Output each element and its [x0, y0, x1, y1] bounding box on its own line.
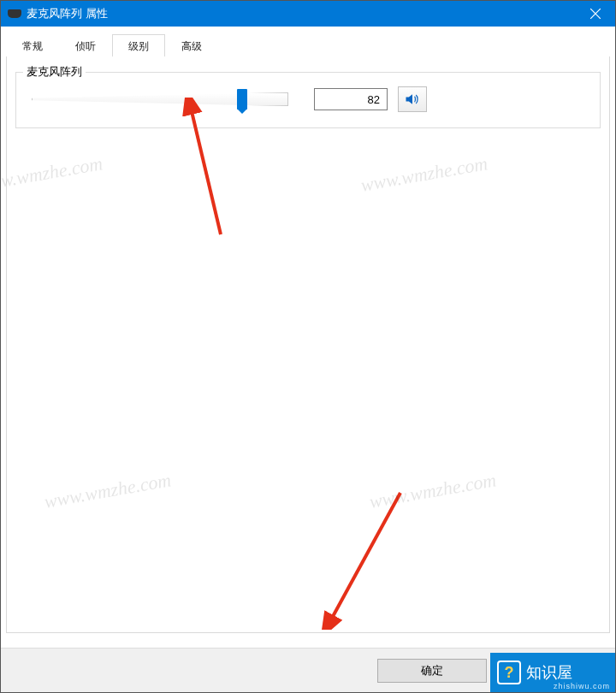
tab-listen[interactable]: 侦听 — [59, 34, 112, 57]
tab-panel-levels: 麦克风阵列 — [6, 56, 610, 633]
mic-level-group: 麦克风阵列 — [15, 72, 601, 128]
slider-thumb[interactable] — [237, 89, 247, 110]
mic-level-group-label: 麦克风阵列 — [23, 65, 86, 80]
ok-button[interactable]: 确定 — [377, 659, 487, 683]
site-logo: ? 知识屋 zhishiwu.com — [490, 653, 615, 692]
tab-levels[interactable]: 级别 — [112, 34, 165, 57]
tab-general[interactable]: 常规 — [6, 34, 59, 57]
window-title: 麦克风阵列 属性 — [27, 6, 576, 21]
tab-strip: 常规 侦听 级别 高级 — [1, 27, 615, 57]
title-bar: 麦克风阵列 属性 — [1, 1, 615, 27]
mic-level-slider[interactable] — [32, 87, 288, 111]
site-logo-text: 知识屋 — [526, 662, 572, 683]
tab-advanced[interactable]: 高级 — [165, 34, 218, 57]
close-button[interactable] — [576, 1, 615, 27]
speaker-on-icon — [404, 91, 421, 108]
site-logo-domain: zhishiwu.com — [554, 682, 610, 690]
window-icon — [8, 9, 21, 18]
close-icon — [590, 9, 601, 19]
slider-track — [32, 92, 288, 106]
site-logo-icon: ? — [497, 660, 521, 684]
annotation-arrow-ok — [315, 484, 418, 630]
mute-toggle-button[interactable] — [398, 86, 427, 112]
mic-level-value[interactable] — [314, 88, 388, 110]
svg-line-3 — [330, 493, 400, 621]
